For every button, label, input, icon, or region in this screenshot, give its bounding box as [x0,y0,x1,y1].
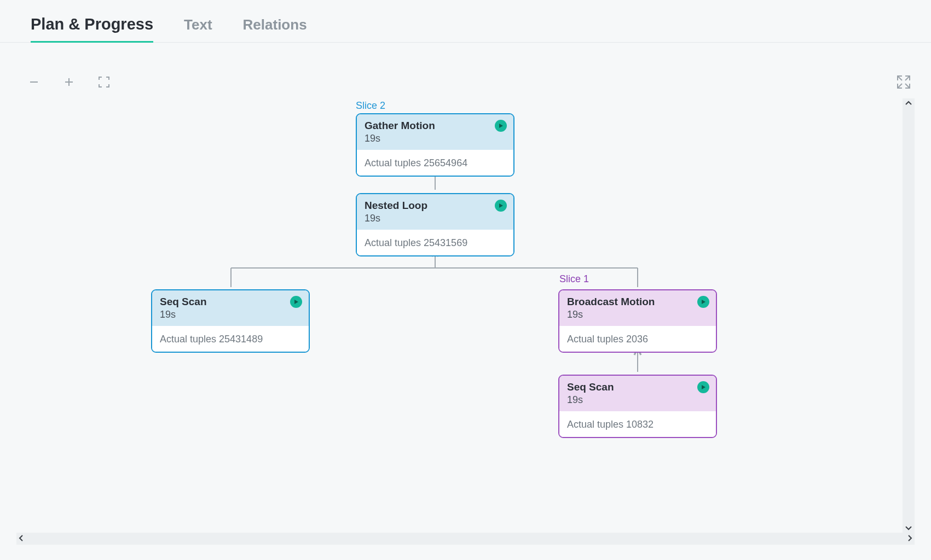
node-time: 19s [160,309,301,320]
node-detail: Actual tuples 2036 [559,326,716,352]
node-header: Broadcast Motion 19s [559,290,716,326]
tab-text[interactable]: Text [184,16,212,43]
node-header: Seq Scan 19s [152,290,309,326]
node-seq-scan-right[interactable]: Seq Scan 19s Actual tuples 10832 [558,375,717,438]
tab-relations[interactable]: Relations [243,16,307,43]
node-title: Nested Loop [365,200,506,212]
expand-icon [896,74,911,90]
chevron-up-icon[interactable] [905,100,912,107]
chevron-right-icon[interactable] [907,535,912,542]
node-title: Broadcast Motion [567,296,708,308]
running-icon [290,296,302,308]
svg-marker-16 [702,300,706,304]
node-time: 19s [365,213,506,224]
vertical-scrollbar[interactable] [903,98,915,533]
node-detail: Actual tuples 25654964 [357,150,513,176]
running-icon [697,296,709,308]
slice-2-label: Slice 2 [356,100,385,112]
svg-marker-17 [702,385,706,389]
node-header: Nested Loop 19s [357,194,513,230]
node-detail: Actual tuples 10832 [559,411,716,437]
node-time: 19s [365,133,506,144]
plus-icon [63,77,74,88]
zoom-out-button[interactable] [26,74,42,90]
svg-line-5 [898,84,902,88]
running-icon [697,381,709,393]
node-header: Gather Motion 19s [357,114,513,150]
minus-icon [28,77,39,88]
node-title: Gather Motion [365,120,506,132]
expand-button[interactable] [896,74,911,90]
node-nested-loop[interactable]: Nested Loop 19s Actual tuples 25431569 [356,193,514,256]
frame-icon [97,75,111,89]
toolbar-left [26,74,112,90]
plan-canvas[interactable]: Slice 2 Slice 1 Gather Motion 19s Actual… [16,96,915,538]
toolbar-right [896,74,911,90]
svg-line-4 [905,76,910,80]
tab-plan-progress[interactable]: Plan & Progress [31,15,153,43]
horizontal-scrollbar[interactable] [16,533,915,545]
svg-marker-14 [499,203,503,208]
node-time: 19s [567,309,708,320]
node-title: Seq Scan [567,381,708,393]
chevron-down-icon[interactable] [905,524,912,532]
running-icon [495,200,507,212]
node-detail: Actual tuples 25431489 [152,326,309,352]
chevron-left-icon[interactable] [19,535,24,542]
node-seq-scan-left[interactable]: Seq Scan 19s Actual tuples 25431489 [151,289,310,353]
node-title: Seq Scan [160,296,301,308]
node-header: Seq Scan 19s [559,376,716,411]
fit-to-screen-button[interactable] [96,74,112,90]
svg-line-6 [905,84,910,88]
node-time: 19s [567,394,708,406]
node-gather-motion[interactable]: Gather Motion 19s Actual tuples 25654964 [356,113,514,177]
zoom-in-button[interactable] [61,74,77,90]
running-icon [495,120,507,132]
tabs: Plan & Progress Text Relations [0,0,931,43]
node-detail: Actual tuples 25431569 [357,230,513,255]
svg-marker-15 [294,300,298,304]
svg-line-3 [898,76,902,80]
svg-marker-13 [499,124,503,128]
slice-1-label: Slice 1 [559,273,589,285]
node-broadcast-motion[interactable]: Broadcast Motion 19s Actual tuples 2036 [558,289,717,353]
